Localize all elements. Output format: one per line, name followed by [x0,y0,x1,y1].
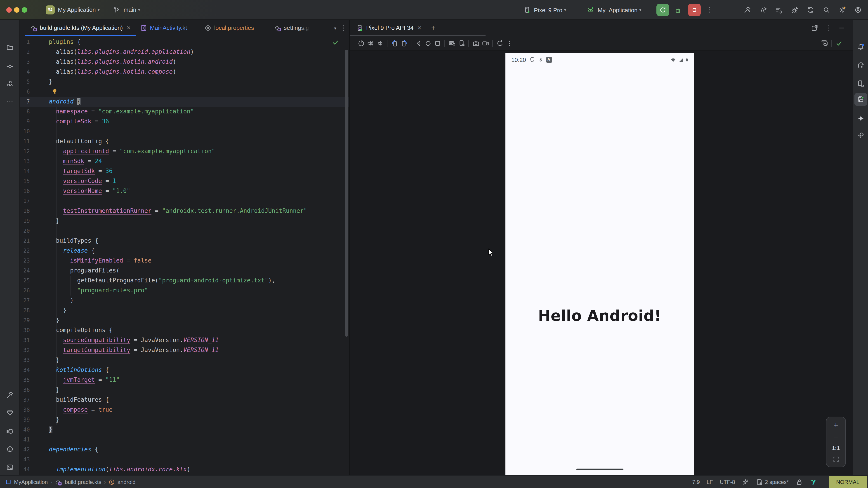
code-line[interactable]: 9 compileSdk = 36 [20,117,349,127]
profiler-icon[interactable] [775,6,782,13]
resource-manager-icon[interactable] [5,78,15,89]
code-line[interactable]: 17 [20,196,349,206]
code-line[interactable]: 11 defaultConfig { [20,136,349,147]
line-number[interactable]: 18 [20,206,30,216]
device-manager-icon[interactable] [856,78,866,89]
run-configuration-selector[interactable]: My_Application ▾ [586,0,641,20]
show-hidden-tabs-icon[interactable]: ▾ [334,26,336,31]
line-number[interactable]: 40 [20,425,30,435]
code-line[interactable]: 5} [20,77,349,87]
code-line[interactable]: 3 alias(libs.plugins.kotlin.android) [20,57,349,67]
line-number[interactable]: 33 [20,355,30,365]
ideavim-icon[interactable] [809,478,817,486]
home-icon[interactable] [423,38,433,48]
code-line[interactable]: 38 compose = true [20,405,349,415]
tab-local-properties[interactable]: local.properties [199,20,258,36]
search-icon[interactable] [823,6,830,13]
code-line[interactable]: 21 buildTypes { [20,236,349,246]
zoom-in-button[interactable]: ＋ [832,421,840,429]
rotate-left-icon[interactable] [390,38,399,48]
code-line[interactable]: 26 "proguard-rules.pro" [20,286,349,295]
code-line[interactable]: 34 kotlinOptions { [20,365,349,375]
breadcrumb-file[interactable]: build.gradle.kts [65,479,101,485]
line-number[interactable]: 36 [20,385,30,395]
code-line[interactable]: 43 [20,455,349,464]
unlocked-icon[interactable] [796,478,803,486]
minimize-window-button[interactable] [14,7,20,12]
line-number[interactable]: 7 [20,97,30,107]
code-line[interactable]: 14 targetSdk = 36 [20,166,349,176]
line-number[interactable]: 35 [20,375,30,385]
line-number[interactable]: 13 [20,156,30,166]
fit-to-window-button[interactable] [833,456,839,462]
check-icon[interactable] [834,38,844,48]
code-line[interactable]: 2 alias(libs.plugins.android.application… [20,47,349,57]
code-line[interactable]: 8 namespace = "com.example.myapplication… [20,107,349,117]
encoding-widget[interactable]: UTF-8 [720,479,735,485]
more-run-options-kebab[interactable] [705,6,713,14]
code-line[interactable]: 27 ) [20,295,349,305]
vim-mode-badge[interactable]: NORMAL [829,476,867,488]
code-line[interactable]: 37 buildFeatures { [20,395,349,405]
code-editor[interactable]: 1plugins {2 alias(libs.plugins.android.a… [20,36,349,475]
line-number[interactable]: 12 [20,147,30,156]
logcat-icon[interactable] [5,426,15,436]
intention-bulb-icon[interactable] [52,88,58,95]
close-tab-icon[interactable]: ✕ [417,25,422,31]
line-number[interactable]: 24 [20,266,30,275]
code-line[interactable]: 19 } [20,216,349,226]
plane-icon[interactable] [856,131,866,140]
line-number[interactable]: 25 [20,275,30,286]
build-hammer-icon[interactable] [744,6,751,13]
line-number[interactable]: 37 [20,395,30,405]
line-number[interactable]: 30 [20,325,30,335]
code-line[interactable]: 22 release { [20,246,349,256]
project-icon[interactable] [5,42,15,53]
code-line[interactable]: 29 } [20,315,349,325]
code-line[interactable]: 28 } [20,305,349,315]
code-line[interactable]: 32 targetCompatibility = JavaVersion.VER… [20,345,349,355]
line-number[interactable]: 17 [20,196,30,206]
line-number[interactable]: 32 [20,345,30,355]
attach-debugger-icon[interactable] [791,6,798,13]
open-in-new-window-icon[interactable] [811,24,818,31]
back-icon[interactable] [414,38,423,48]
line-number[interactable]: 14 [20,166,30,176]
gradle-icon[interactable] [856,60,866,70]
overview-icon[interactable] [433,38,442,48]
code-line[interactable]: 10 [20,127,349,136]
breadcrumb-block[interactable]: android [118,479,135,485]
build-icon[interactable] [5,390,15,400]
line-number[interactable]: 26 [20,286,30,295]
line-number[interactable]: 38 [20,405,30,415]
tab-mainactivity-kt[interactable]: MainActivity.kt [135,20,191,36]
line-number[interactable]: 27 [20,295,30,305]
code-line[interactable]: 12 applicationId = "com.example.myapplic… [20,147,349,156]
code-line[interactable]: 36 } [20,385,349,395]
code-line[interactable]: 42dependencies { [20,445,349,455]
code-line[interactable]: 39 } [20,415,349,425]
code-line[interactable]: 6 [20,87,349,97]
line-number[interactable]: 43 [20,455,30,464]
problems-icon[interactable] [5,444,15,454]
line-number[interactable]: 6 [20,87,30,97]
stop-button[interactable] [688,4,701,16]
screenshot-icon[interactable] [471,38,480,48]
line-number[interactable]: 15 [20,176,30,186]
code-line[interactable]: 20 [20,226,349,236]
line-number[interactable]: 10 [20,127,30,136]
ai-assistant-disabled-icon[interactable] [742,478,749,486]
caret-position-widget[interactable]: 7:9 [692,479,700,485]
zoom-out-button[interactable]: − [834,433,838,441]
code-line[interactable]: 1plugins { [20,37,349,47]
line-number[interactable]: 39 [20,415,30,425]
line-number[interactable]: 34 [20,365,30,375]
line-number[interactable]: 2 [20,47,30,57]
running-devices-icon[interactable] [854,93,867,106]
code-line[interactable]: 24 proguardFiles( [20,266,349,275]
breadcrumb-project[interactable]: MyApplication [14,479,48,485]
line-number[interactable]: 41 [20,435,30,445]
line-number[interactable]: 16 [20,186,30,196]
line-number[interactable]: 19 [20,216,30,226]
line-number[interactable]: 22 [20,246,30,256]
